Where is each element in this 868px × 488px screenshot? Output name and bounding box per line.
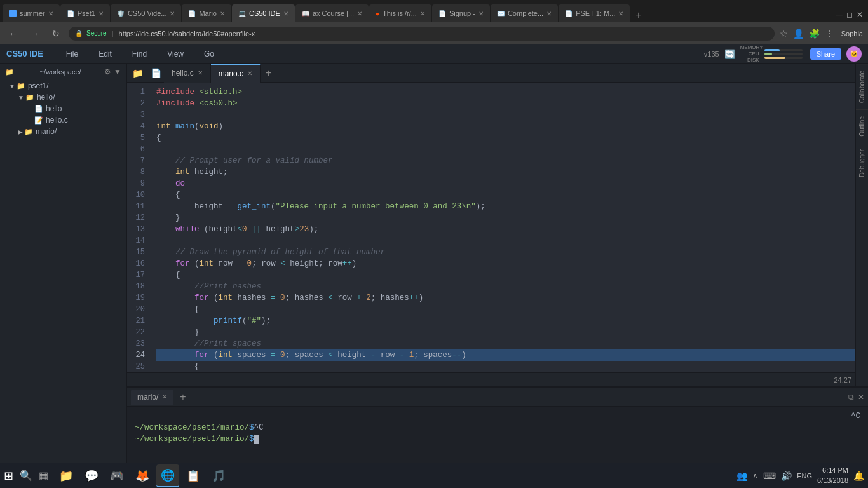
collaborate-tab[interactable]: Collaborate [856,64,868,109]
ide-body: 📁 ~/workspace/ ⚙ ▼ ▼ 📁 pset1/ ▼ 📁 hello/ [0,64,868,488]
menu-file[interactable]: File [62,48,82,60]
window-minimize[interactable]: ─ [836,10,843,20]
tab-axcourse[interactable]: 📖 ax Course |... ✕ [295,4,369,22]
terminal-tab-mario[interactable]: mario/ ✕ [131,390,173,405]
editor-area: 📁 📄 hello.c ✕ mario.c ✕ + 1 2 [127,64,868,488]
add-editor-tab[interactable]: + [261,67,276,79]
forward-button[interactable]: → [27,27,43,40]
taskbar-network-icon[interactable]: 👥 [736,471,747,481]
tab-close-cs50vid[interactable]: ✕ [170,10,175,17]
editor-tab-mario-c[interactable]: mario.c ✕ [211,64,261,83]
terminal-line-1: ~/workspace/pset1/mario/ $ ^C [135,422,860,433]
taskbar-app-browser[interactable]: 🌐 [156,464,179,487]
editor-tab-hello-c[interactable]: hello.c ✕ [164,64,211,83]
tree-label-hello-dir: hello/ [37,93,55,102]
taskbar-app-chat[interactable]: 💬 [80,464,103,487]
address-bar[interactable]: 🔒 Secure | https://ide.cs50.io/sabdelra/… [69,27,775,41]
add-terminal-tab[interactable]: + [176,391,189,403]
tab-close-pset1m[interactable]: ✕ [618,10,623,17]
user-profile-sophia[interactable]: Sophia [841,30,863,37]
code-line-21: printf("#"); [156,315,868,327]
window-maximize[interactable]: ◻ [846,10,853,19]
tree-hello-c[interactable]: 📝 hello.c [0,114,126,126]
debugger-tab[interactable]: Debugger [856,143,868,184]
hello-c-tab-close[interactable]: ✕ [198,69,203,76]
terminal-copy-icon[interactable]: ⧉ [848,393,854,402]
share-button[interactable]: Share [810,48,841,60]
tab-summer[interactable]: summer ✕ [3,4,60,22]
code-line-22: } [156,327,868,338]
menu-view[interactable]: View [163,48,187,60]
terminal-close-icon[interactable]: ✕ [858,393,864,402]
taskbar-keyboard-icon[interactable]: ⌨ [763,471,776,481]
tab-close-pset1[interactable]: ✕ [98,10,104,17]
tab-close-reddit[interactable]: ✕ [420,10,425,17]
taskbar-app-fileexplorer[interactable]: 📁 [55,464,78,487]
tree-hello-file[interactable]: 📄 hello [0,103,126,114]
tab-gmail[interactable]: ✉️ Complete... ✕ [491,4,558,22]
bookmark-icon[interactable]: ☆ [780,29,788,39]
profile-icon[interactable]: 👤 [793,29,804,39]
sidebar-settings-icon[interactable]: ⚙ [104,67,111,76]
tab-pset1m[interactable]: 📄 PSET 1: M... ✕ [559,4,630,22]
reload-button[interactable]: ↻ [48,27,64,40]
tab-signup[interactable]: 📄 Signup - ✕ [432,4,490,22]
tree-mario-dir[interactable]: ▶ 📁 mario/ [0,126,126,137]
code-line-2: #include <cs50.h> [156,98,868,109]
code-line-20: { [156,304,868,315]
taskbar-expand-icon[interactable]: ∧ [752,471,758,480]
tab-close-summer[interactable]: ✕ [48,10,53,17]
update-icon[interactable]: 🔄 [724,49,735,59]
taskbar-notification-icon[interactable]: 🔔 [853,471,864,481]
taskbar-app-game[interactable]: 🎮 [105,464,128,487]
ide-logo: CS50 IDE [6,49,43,58]
tab-close-axcourse[interactable]: ✕ [357,10,362,17]
menu-find[interactable]: Find [128,48,151,60]
new-tab-button[interactable]: + [630,10,646,21]
search-button[interactable]: 🔍 [20,470,32,482]
sidebar: 📁 ~/workspace/ ⚙ ▼ ▼ 📁 pset1/ ▼ 📁 hello/ [0,64,127,488]
menu-edit[interactable]: Edit [95,48,116,60]
window-close[interactable]: ✕ [857,10,863,19]
tree-hello-dir[interactable]: ▼ 📁 hello/ [0,92,126,103]
code-line-9: do [156,178,868,189]
code-line-10: { [156,189,868,201]
terminal-tab-close[interactable]: ✕ [162,393,167,400]
taskbar-app-spotify[interactable]: 🎵 [207,464,230,487]
taskbar-volume-icon[interactable]: 🔊 [781,471,792,481]
tab-mario[interactable]: 📄 Mario ✕ [182,4,231,22]
code-line-4: int main(void) [156,121,868,132]
tab-reddit[interactable]: ● This is /r/... ✕ [369,4,431,22]
tab-cs50ide[interactable]: 💻 CS50 IDE ✕ [232,4,295,22]
tab-pset1[interactable]: 📄 Pset1 ✕ [60,4,110,22]
start-button[interactable]: ⊞ [4,469,13,483]
taskview-button[interactable]: ▦ [39,470,48,482]
prompt-path-2: ~/workspace/pset1/mario/ [135,435,249,444]
menu-icon[interactable]: ⋮ [825,29,834,39]
tab-bar: summer ✕ 📄 Pset1 ✕ 🛡️ CS50 Vide... ✕ 📄 M… [0,0,868,22]
tree-pset1[interactable]: ▼ 📁 pset1/ [0,80,126,92]
tab-label-gmail: Complete... [508,10,543,17]
code-line-17: { [156,269,868,281]
tab-close-mario[interactable]: ✕ [220,10,225,17]
file-browser-icon[interactable]: 📁 [127,68,148,78]
tab-close-cs50ide[interactable]: ✕ [283,10,288,17]
folder-arrow-hello: ▼ [18,94,24,101]
sidebar-chevron-icon[interactable]: ▼ [114,67,121,76]
menu-go[interactable]: Go [200,48,218,60]
code-editor: 1 2 3 4 5 6 7 8 9 10 11 12 13 14 15 16 1 [127,83,868,372]
tab-close-signup[interactable]: ✕ [478,10,484,17]
back-button[interactable]: ← [5,27,22,40]
code-content[interactable]: #include <stdio.h> #include <cs50.h> int… [153,83,868,372]
tab-favicon-mario: 📄 [188,10,196,17]
resource-bars [764,49,803,59]
outline-tab[interactable]: Outline [856,109,868,143]
taskbar-app-firefox[interactable]: 🦊 [131,464,154,487]
extension-icon[interactable]: 🧩 [809,29,820,39]
mario-c-tab-close[interactable]: ✕ [247,70,252,77]
tab-cs50vid[interactable]: 🛡️ CS50 Vide... ✕ [111,4,182,22]
taskbar-app-notepad[interactable]: 📋 [182,464,205,487]
prompt-symbol-1: $ [249,423,254,432]
line-numbers: 1 2 3 4 5 6 7 8 9 10 11 12 13 14 15 16 1 [127,83,153,372]
tab-close-gmail[interactable]: ✕ [546,10,552,17]
